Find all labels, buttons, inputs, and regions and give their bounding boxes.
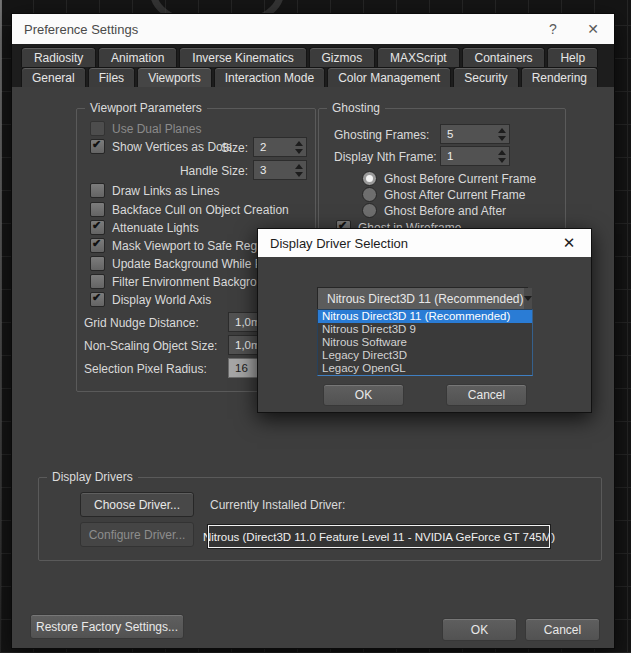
attenuate-lights-checkbox[interactable] [90,220,105,235]
choose-driver-label: Choose Driver... [94,498,180,512]
tab-inverse-kinematics[interactable]: Inverse Kinematics [179,47,306,67]
help-icon[interactable]: ? [536,14,570,44]
backface-cull-label: Backface Cull on Object Creation [112,203,289,217]
cancel-button[interactable]: Cancel [525,618,600,641]
draw-links-checkbox[interactable] [90,183,105,198]
checkbox-row-attenuate-lights: Attenuate Lights [90,220,199,235]
background-edge-highlight [0,0,2,653]
grid-nudge-label: Grid Nudge Distance: [84,316,199,330]
radio-row-ghost-after: Ghost After Current Frame [362,187,525,202]
attenuate-lights-label: Attenuate Lights [112,221,199,235]
ghost-before-after-radio[interactable] [362,203,377,218]
tab-help[interactable]: Help [547,47,598,67]
tab-files[interactable]: Files [88,67,135,87]
show-vertices-checkbox[interactable] [90,139,105,154]
configure-driver-label: Configure Driver... [89,528,186,542]
checkbox-row-use-dual-planes: Use Dual Planes [90,121,201,136]
tab-color-management[interactable]: Color Management [327,67,451,87]
display-nth-frame-spinner-buttons[interactable] [495,147,509,165]
selection-radius-value: 16 [235,362,248,374]
driver-option-legacy-opengl[interactable]: Legacy OpenGL [318,362,532,375]
checkbox-row-draw-links: Draw Links as Lines [90,183,219,198]
tab-maxscript[interactable]: MAXScript [377,47,460,67]
installed-driver-label: Currently Installed Driver: [210,498,345,512]
filter-environment-checkbox[interactable] [90,274,105,289]
display-world-axis-label: Display World Axis [112,293,211,307]
use-dual-planes-label: Use Dual Planes [112,122,201,136]
display-drivers-group: Display Drivers [38,477,602,561]
installed-driver-field: Nitrous (Direct3D 11.0 Feature Level 11 … [208,525,550,548]
vertex-size-spinner-buttons[interactable] [292,138,306,156]
display-nth-frame-value: 1 [441,147,495,165]
ok-button-label: OK [471,623,488,637]
cancel-button-label: Cancel [544,623,581,637]
ghosting-frames-spinner[interactable]: 5 [440,124,510,144]
tab-row-1: Radiosity Animation Inverse Kinematics G… [21,47,598,67]
tab-interaction-mode[interactable]: Interaction Mode [214,67,325,87]
use-dual-planes-checkbox[interactable] [90,121,105,136]
display-driver-selection-dialog: Display Driver Selection ✕ Nitrous Direc… [257,228,592,413]
checkbox-row-display-world-axis: Display World Axis [90,292,211,307]
close-icon[interactable]: ✕ [576,14,610,44]
display-nth-frame-label: Display Nth Frame: [334,150,437,164]
vertex-size-spinner[interactable]: 2 [253,137,307,157]
ghost-before-after-label: Ghost Before and After [384,204,506,218]
ghost-before-radio[interactable] [362,171,377,186]
tab-viewports[interactable]: Viewports [137,67,212,87]
tab-containers[interactable]: Containers [462,47,546,67]
display-nth-frame-spinner[interactable]: 1 [440,146,510,166]
checkbox-row-filter-environment: Filter Environment Backgrounds [90,274,283,289]
mask-viewport-checkbox[interactable] [90,238,105,253]
configure-driver-button[interactable]: Configure Driver... [80,522,194,547]
checkbox-row-mask-viewport: Mask Viewport to Safe Region [90,238,273,253]
window-titlebar[interactable]: Preference Settings ? ✕ [12,14,614,44]
tab-security[interactable]: Security [453,67,518,87]
handle-size-value: 3 [254,161,292,179]
ok-button[interactable]: OK [442,618,517,641]
dialog-cancel-label: Cancel [468,388,505,402]
dialog-ok-button[interactable]: OK [323,384,404,406]
viewport-parameters-group-title: Viewport Parameters [85,101,207,115]
driver-option-nitrous-software[interactable]: Nitrous Software [318,336,532,349]
dialog-close-icon[interactable]: ✕ [555,229,583,257]
driver-options-list: Nitrous Direct3D 11 (Recommended) Nitrou… [317,309,533,376]
tab-radiosity[interactable]: Radiosity [21,47,96,67]
dialog-titlebar[interactable]: Display Driver Selection ✕ [258,229,591,257]
ghost-before-label: Ghost Before Current Frame [384,172,536,186]
tab-general[interactable]: General [21,67,86,87]
radio-row-ghost-before-after: Ghost Before and After [362,203,506,218]
driver-option-nitrous-d3d11[interactable]: Nitrous Direct3D 11 (Recommended) [318,310,532,323]
dialog-cancel-button[interactable]: Cancel [446,384,527,406]
size-label: Size: [208,141,248,155]
ghost-after-label: Ghost After Current Frame [384,188,525,202]
tab-row-2: General Files Viewports Interaction Mode… [21,67,598,87]
tab-gizmos[interactable]: Gizmos [309,47,376,67]
radio-row-ghost-before: Ghost Before Current Frame [362,171,536,186]
handle-size-spinner[interactable]: 3 [253,160,307,180]
update-background-checkbox[interactable] [90,256,105,271]
non-scaling-label: Non-Scaling Object Size: [84,339,217,353]
installed-driver-value: Nitrous (Direct3D 11.0 Feature Level 11 … [203,531,555,543]
vertex-size-value: 2 [254,138,292,156]
chevron-down-icon[interactable] [524,288,532,309]
ghosting-frames-label: Ghosting Frames: [334,128,429,142]
restore-factory-settings-button[interactable]: Restore Factory Settings... [30,614,184,639]
handle-size-label: Handle Size: [130,164,248,178]
tab-rendering[interactable]: Rendering [521,67,598,87]
driver-dropdown-value: Nitrous Direct3D 11 (Recommended) [318,292,524,306]
driver-dropdown[interactable]: Nitrous Direct3D 11 (Recommended) [317,287,528,310]
driver-option-nitrous-d3d9[interactable]: Nitrous Direct3D 9 [318,323,532,336]
display-drivers-group-title: Display Drivers [47,470,138,484]
selection-radius-label: Selection Pixel Radius: [84,362,207,376]
driver-option-legacy-d3d[interactable]: Legacy Direct3D [318,349,532,362]
display-world-axis-checkbox[interactable] [90,292,105,307]
backface-cull-checkbox[interactable] [90,202,105,217]
tab-strip: Radiosity Animation Inverse Kinematics G… [12,44,614,87]
tab-animation[interactable]: Animation [98,47,177,67]
handle-size-spinner-buttons[interactable] [292,161,306,179]
checkbox-row-backface-cull: Backface Cull on Object Creation [90,202,289,217]
choose-driver-button[interactable]: Choose Driver... [80,492,194,517]
ghosting-frames-spinner-buttons[interactable] [495,125,509,143]
ghost-after-radio[interactable] [362,187,377,202]
ghosting-frames-value: 5 [441,125,495,143]
